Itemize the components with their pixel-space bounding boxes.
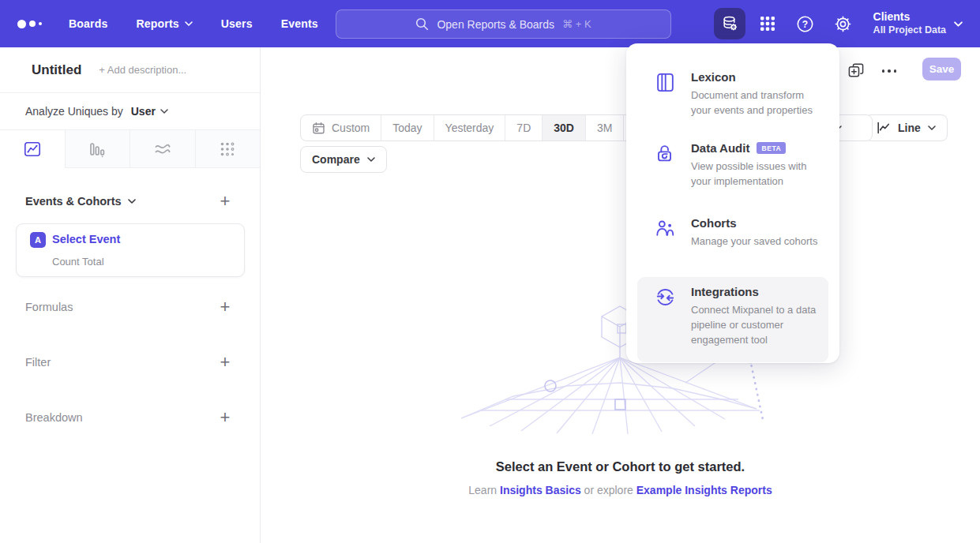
tab-bar-chart[interactable] <box>65 130 130 168</box>
chevron-down-icon <box>185 21 193 26</box>
analyze-by-dropdown[interactable]: User <box>131 105 168 118</box>
line-chart-icon <box>24 140 41 158</box>
data-management-button[interactable] <box>714 8 745 39</box>
project-selector[interactable]: Clients All Project Data <box>873 10 963 36</box>
data-audit-icon <box>655 143 676 164</box>
mixpanel-logo-icon[interactable] <box>17 20 42 28</box>
help-icon: ? <box>796 15 814 33</box>
date-range-custom[interactable]: Custom <box>301 115 381 140</box>
add-description-field[interactable]: + Add description... <box>99 64 186 76</box>
add-filter-button[interactable]: + <box>214 351 236 373</box>
events-cohorts-label: Events & Cohorts <box>25 195 122 208</box>
analyze-by-value: User <box>131 105 156 118</box>
event-card[interactable]: A Select Event Count Total <box>16 223 245 277</box>
cohorts-title: Cohorts <box>691 216 737 230</box>
apps-grid-button[interactable] <box>752 8 783 39</box>
formulas-section: Formulas + <box>25 301 236 313</box>
add-formula-button[interactable]: + <box>214 296 236 318</box>
breakdown-label: Breakdown <box>25 411 83 424</box>
project-name: All Project Data <box>873 24 946 37</box>
integrations-title: Integrations <box>691 285 759 298</box>
date-range-7d-label: 7D <box>516 122 531 134</box>
nav-reports-label: Reports <box>136 17 178 30</box>
calendar-icon <box>312 122 325 135</box>
tab-metrics[interactable] <box>195 130 261 168</box>
chart-type-label: Line <box>898 122 921 134</box>
select-event-label[interactable]: Select Event <box>52 233 120 245</box>
data-management-menu: Lexicon Document and transform your even… <box>626 43 839 363</box>
nav-users[interactable]: Users <box>221 17 253 30</box>
tab-flow-chart[interactable] <box>130 130 195 168</box>
gear-icon <box>834 15 852 33</box>
insights-basics-link[interactable]: Insights Basics <box>500 484 581 496</box>
events-cohorts-header: Events & Cohorts + <box>25 195 236 208</box>
help-button[interactable]: ? <box>790 8 821 39</box>
events-cohorts-dropdown[interactable]: Events & Cohorts <box>25 195 136 208</box>
svg-text:?: ? <box>802 18 808 29</box>
chevron-down-icon <box>367 157 375 162</box>
add-event-button[interactable]: + <box>214 190 236 212</box>
nav-events[interactable]: Events <box>281 17 318 30</box>
cohorts-people-icon <box>655 218 676 239</box>
filter-section: Filter + <box>25 356 236 369</box>
top-nav: Boards Reports Users Events Open Reports… <box>0 0 980 47</box>
event-letter-badge: A <box>30 232 46 248</box>
settings-button[interactable] <box>828 8 859 39</box>
analyze-row: Analyze Uniques by User <box>0 93 260 130</box>
date-range-today-label: Today <box>392 122 422 134</box>
lexicon-description: Document and transform your events and p… <box>691 88 820 118</box>
date-range-custom-label: Custom <box>332 122 370 134</box>
tab-line-chart[interactable] <box>0 130 65 168</box>
or-explore-text: or explore <box>584 484 633 496</box>
menu-item-integrations[interactable]: Integrations Connect Mixpanel to a data … <box>637 277 828 362</box>
date-range-today[interactable]: Today <box>381 115 433 140</box>
org-name: Clients <box>873 10 946 24</box>
search-input[interactable]: Open Reports & Boards ⌘ + K <box>336 9 671 39</box>
compare-label: Compare <box>312 153 360 166</box>
date-range-7d[interactable]: 7D <box>505 115 542 140</box>
date-range-control: Custom Today Yesterday 7D 30D 3M 6M <box>300 114 663 141</box>
count-total-label[interactable]: Count Total <box>52 256 104 268</box>
date-range-30d-label: 30D <box>554 122 574 134</box>
date-range-yesterday-label: Yesterday <box>445 122 494 134</box>
nav-boards[interactable]: Boards <box>69 17 107 30</box>
search-shortcut: ⌘ + K <box>562 18 591 30</box>
search-placeholder: Open Reports & Boards <box>437 18 554 31</box>
compare-dropdown[interactable]: Compare <box>300 146 387 173</box>
report-title[interactable]: Untitled <box>32 62 81 78</box>
more-options-button[interactable] <box>877 58 902 84</box>
metric-dots-icon <box>219 140 236 158</box>
empty-state-title: Select an Event or Cohort to get started… <box>261 459 980 474</box>
query-builder-sidebar: Untitled + Add description... Analyze Un… <box>0 47 261 543</box>
date-range-30d[interactable]: 30D <box>542 115 585 140</box>
primary-nav: Boards Reports Users Events <box>69 17 318 30</box>
save-button[interactable]: Save <box>922 58 961 81</box>
add-breakdown-button[interactable]: + <box>214 406 236 429</box>
report-title-row: Untitled + Add description... <box>0 47 260 93</box>
date-range-yesterday[interactable]: Yesterday <box>434 115 505 140</box>
integrations-description: Connect Mixpanel to a data pipeline or c… <box>691 302 820 348</box>
menu-item-lexicon[interactable]: Lexicon Document and transform your even… <box>637 62 828 125</box>
grid-icon <box>760 16 775 32</box>
mixpanel-app: Boards Reports Users Events Open Reports… <box>0 0 980 543</box>
learn-prefix: Learn <box>468 484 497 496</box>
database-gear-icon <box>720 14 739 33</box>
ellipsis-icon <box>882 69 897 73</box>
nav-boards-label: Boards <box>69 17 107 30</box>
menu-item-cohorts[interactable]: Cohorts Manage your saved cohorts <box>637 208 828 257</box>
menu-item-data-audit[interactable]: Data Audit BETA View possible issues wit… <box>637 133 828 197</box>
lexicon-book-icon <box>655 72 676 93</box>
breakdown-section: Breakdown + <box>25 411 236 424</box>
nav-reports[interactable]: Reports <box>136 17 192 30</box>
nav-events-label: Events <box>281 17 318 30</box>
visualization-tabs <box>0 130 260 168</box>
integrations-icon <box>655 286 676 308</box>
date-range-3m[interactable]: 3M <box>585 115 623 140</box>
filter-label: Filter <box>25 356 51 369</box>
formulas-label: Formulas <box>25 301 73 313</box>
example-insights-reports-link[interactable]: Example Insights Reports <box>636 484 772 496</box>
chart-type-dropdown[interactable]: Line <box>865 114 948 141</box>
bar-chart-icon <box>88 140 106 158</box>
duplicate-report-button[interactable] <box>843 58 869 84</box>
data-audit-description: View possible issues with your implement… <box>691 159 820 189</box>
